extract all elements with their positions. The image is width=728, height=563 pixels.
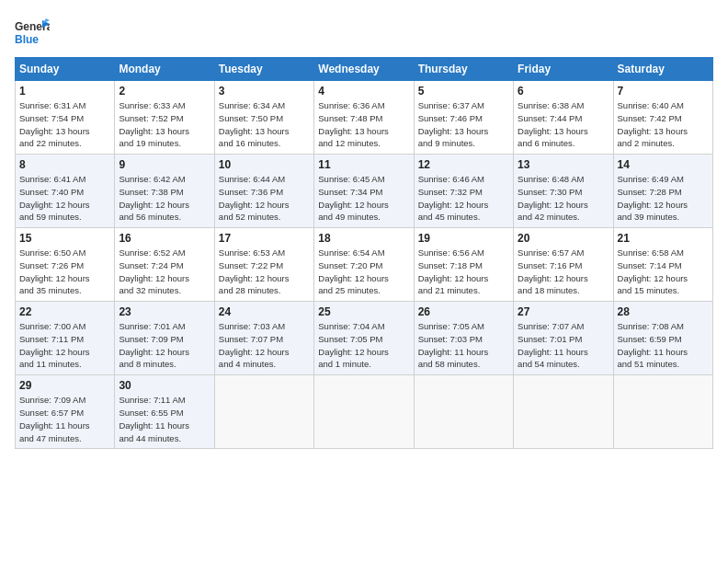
col-header-friday: Friday [514,58,613,81]
cell-content: Sunrise: 6:53 AM Sunset: 7:22 PM Dayligh… [219,247,310,297]
cell-content: Sunrise: 7:08 AM Sunset: 6:59 PM Dayligh… [618,320,709,371]
cell-content: Sunrise: 6:44 AM Sunset: 7:36 PM Dayligh… [219,173,310,224]
cell-content: Sunrise: 7:11 AM Sunset: 6:55 PM Dayligh… [119,394,210,444]
day-number: 1 [19,85,110,98]
calendar-cell-w2c5: 20Sunrise: 6:57 AM Sunset: 7:16 PM Dayli… [514,228,613,302]
calendar-cell-w0c2: 3Sunrise: 6:34 AM Sunset: 7:50 PM Daylig… [214,81,313,155]
day-number: 2 [119,85,210,98]
calendar-cell-w0c0: 1Sunrise: 6:31 AM Sunset: 7:54 PM Daylig… [16,81,115,155]
cell-content: Sunrise: 6:36 AM Sunset: 7:48 PM Dayligh… [318,99,409,150]
svg-text:Blue: Blue [15,33,39,46]
cell-content: Sunrise: 6:58 AM Sunset: 7:14 PM Dayligh… [618,247,709,297]
day-number: 16 [119,232,210,245]
day-number: 25 [318,305,409,318]
day-number: 12 [418,158,509,171]
col-header-sunday: Sunday [16,58,115,81]
calendar-week-1: 8Sunrise: 6:41 AM Sunset: 7:40 PM Daylig… [16,155,713,228]
header: General Blue [15,15,713,50]
day-number: 22 [19,305,110,318]
calendar-cell-w3c6: 28Sunrise: 7:08 AM Sunset: 6:59 PM Dayli… [613,302,712,375]
calendar-cell-w0c1: 2Sunrise: 6:33 AM Sunset: 7:52 PM Daylig… [115,81,214,155]
day-number: 28 [618,305,709,318]
day-number: 11 [318,158,409,171]
calendar-week-4: 29Sunrise: 7:09 AM Sunset: 6:57 PM Dayli… [16,375,713,449]
day-number: 23 [119,305,210,318]
calendar-cell-w1c5: 13Sunrise: 6:48 AM Sunset: 7:30 PM Dayli… [514,155,613,228]
day-number: 15 [19,232,110,245]
day-number: 18 [318,232,409,245]
calendar-cell-w0c3: 4Sunrise: 6:36 AM Sunset: 7:48 PM Daylig… [314,81,414,155]
calendar-cell-w2c6: 21Sunrise: 6:58 AM Sunset: 7:14 PM Dayli… [613,228,712,302]
day-number: 24 [219,305,310,318]
cell-content: Sunrise: 6:45 AM Sunset: 7:34 PM Dayligh… [318,173,409,224]
cell-content: Sunrise: 7:05 AM Sunset: 7:03 PM Dayligh… [418,320,509,371]
day-number: 21 [618,232,709,245]
day-number: 27 [518,305,609,318]
calendar-cell-w0c6: 7Sunrise: 6:40 AM Sunset: 7:42 PM Daylig… [613,81,712,155]
day-number: 7 [618,85,709,98]
calendar-cell-w1c3: 11Sunrise: 6:45 AM Sunset: 7:34 PM Dayli… [314,155,414,228]
cell-content: Sunrise: 6:46 AM Sunset: 7:32 PM Dayligh… [418,173,509,224]
cell-content: Sunrise: 6:40 AM Sunset: 7:42 PM Dayligh… [618,99,709,150]
cell-content: Sunrise: 6:34 AM Sunset: 7:50 PM Dayligh… [219,99,310,150]
day-number: 17 [219,232,310,245]
cell-content: Sunrise: 6:41 AM Sunset: 7:40 PM Dayligh… [19,173,110,224]
calendar-cell-w4c3 [314,375,414,449]
calendar-cell-w2c2: 17Sunrise: 6:53 AM Sunset: 7:22 PM Dayli… [214,228,313,302]
cell-content: Sunrise: 6:38 AM Sunset: 7:44 PM Dayligh… [518,99,609,150]
logo: General Blue [15,15,50,50]
calendar-cell-w1c2: 10Sunrise: 6:44 AM Sunset: 7:36 PM Dayli… [214,155,313,228]
calendar-cell-w2c0: 15Sunrise: 6:50 AM Sunset: 7:26 PM Dayli… [16,228,115,302]
cell-content: Sunrise: 6:57 AM Sunset: 7:16 PM Dayligh… [518,247,609,297]
cell-content: Sunrise: 7:00 AM Sunset: 7:11 PM Dayligh… [19,320,110,371]
calendar-cell-w2c1: 16Sunrise: 6:52 AM Sunset: 7:24 PM Dayli… [115,228,214,302]
calendar-cell-w1c6: 14Sunrise: 6:49 AM Sunset: 7:28 PM Dayli… [613,155,712,228]
calendar-week-2: 15Sunrise: 6:50 AM Sunset: 7:26 PM Dayli… [16,228,713,302]
calendar-cell-w3c2: 24Sunrise: 7:03 AM Sunset: 7:07 PM Dayli… [214,302,313,375]
day-number: 5 [418,85,509,98]
calendar-cell-w3c5: 27Sunrise: 7:07 AM Sunset: 7:01 PM Dayli… [514,302,613,375]
calendar-header-row: SundayMondayTuesdayWednesdayThursdayFrid… [16,58,713,81]
day-number: 13 [518,158,609,171]
cell-content: Sunrise: 7:04 AM Sunset: 7:05 PM Dayligh… [318,320,409,371]
cell-content: Sunrise: 7:07 AM Sunset: 7:01 PM Dayligh… [518,320,609,371]
cell-content: Sunrise: 6:56 AM Sunset: 7:18 PM Dayligh… [418,247,509,297]
day-number: 9 [119,158,210,171]
calendar-cell-w1c0: 8Sunrise: 6:41 AM Sunset: 7:40 PM Daylig… [16,155,115,228]
calendar-cell-w4c5 [514,375,613,449]
calendar-cell-w4c0: 29Sunrise: 7:09 AM Sunset: 6:57 PM Dayli… [16,375,115,449]
calendar-cell-w4c1: 30Sunrise: 7:11 AM Sunset: 6:55 PM Dayli… [115,375,214,449]
day-number: 29 [19,379,110,392]
calendar-week-3: 22Sunrise: 7:00 AM Sunset: 7:11 PM Dayli… [16,302,713,375]
calendar-cell-w1c4: 12Sunrise: 6:46 AM Sunset: 7:32 PM Dayli… [414,155,513,228]
day-number: 20 [518,232,609,245]
cell-content: Sunrise: 6:50 AM Sunset: 7:26 PM Dayligh… [19,247,110,297]
calendar-week-0: 1Sunrise: 6:31 AM Sunset: 7:54 PM Daylig… [16,81,713,155]
col-header-thursday: Thursday [414,58,513,81]
cell-content: Sunrise: 7:09 AM Sunset: 6:57 PM Dayligh… [19,394,110,444]
calendar-cell-w0c4: 5Sunrise: 6:37 AM Sunset: 7:46 PM Daylig… [414,81,513,155]
calendar-cell-w1c1: 9Sunrise: 6:42 AM Sunset: 7:38 PM Daylig… [115,155,214,228]
cell-content: Sunrise: 6:31 AM Sunset: 7:54 PM Dayligh… [19,99,110,150]
day-number: 14 [618,158,709,171]
day-number: 19 [418,232,509,245]
calendar-cell-w3c4: 26Sunrise: 7:05 AM Sunset: 7:03 PM Dayli… [414,302,513,375]
cell-content: Sunrise: 6:37 AM Sunset: 7:46 PM Dayligh… [418,99,509,150]
calendar-cell-w2c4: 19Sunrise: 6:56 AM Sunset: 7:18 PM Dayli… [414,228,513,302]
col-header-saturday: Saturday [613,58,712,81]
calendar-cell-w0c5: 6Sunrise: 6:38 AM Sunset: 7:44 PM Daylig… [514,81,613,155]
calendar-cell-w3c3: 25Sunrise: 7:04 AM Sunset: 7:05 PM Dayli… [314,302,414,375]
cell-content: Sunrise: 6:42 AM Sunset: 7:38 PM Dayligh… [119,173,210,224]
page: General Blue SundayMondayTuesdayWednesda… [0,0,728,563]
day-number: 4 [318,85,409,98]
cell-content: Sunrise: 6:48 AM Sunset: 7:30 PM Dayligh… [518,173,609,224]
cell-content: Sunrise: 6:54 AM Sunset: 7:20 PM Dayligh… [318,247,409,297]
cell-content: Sunrise: 6:49 AM Sunset: 7:28 PM Dayligh… [618,173,709,224]
calendar-cell-w2c3: 18Sunrise: 6:54 AM Sunset: 7:20 PM Dayli… [314,228,414,302]
day-number: 30 [119,379,210,392]
calendar-cell-w3c1: 23Sunrise: 7:01 AM Sunset: 7:09 PM Dayli… [115,302,214,375]
cell-content: Sunrise: 6:52 AM Sunset: 7:24 PM Dayligh… [119,247,210,297]
day-number: 3 [219,85,310,98]
day-number: 8 [19,158,110,171]
calendar-cell-w3c0: 22Sunrise: 7:00 AM Sunset: 7:11 PM Dayli… [16,302,115,375]
